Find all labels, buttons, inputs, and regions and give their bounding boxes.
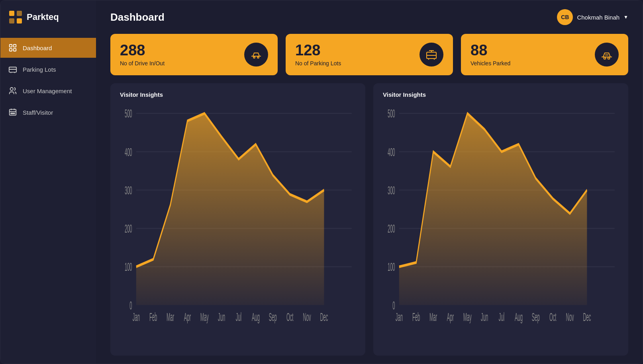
sidebar-item-parking-lots-label: Parking Lots <box>23 66 56 73</box>
chart-2-svg: 500 400 300 200 100 0 Jan Feb Mar Apr <box>383 103 619 348</box>
sidebar-item-staff-visitor[interactable]: Staff/Visitor <box>0 102 96 122</box>
user-name: Chokmah Binah <box>577 14 619 21</box>
svg-text:Jun: Jun <box>218 311 225 324</box>
svg-text:Nov: Nov <box>566 311 574 324</box>
charts-row: Visitor Insights <box>96 83 643 364</box>
stat-card-parking-lots-icon-wrap <box>420 43 443 67</box>
svg-point-17 <box>604 57 606 59</box>
svg-rect-4 <box>10 45 12 47</box>
stat-card-vehicles-parked-label: Vehicles Parked <box>470 60 510 67</box>
svg-point-11 <box>11 113 12 114</box>
svg-text:300: 300 <box>125 184 132 197</box>
svg-text:100: 100 <box>125 260 132 274</box>
svg-text:May: May <box>463 311 472 324</box>
svg-point-15 <box>257 57 259 58</box>
svg-text:Oct: Oct <box>549 311 557 324</box>
vehicle-parked-icon <box>600 48 613 61</box>
stat-card-vehicles-parked: 88 Vehicles Parked <box>461 34 628 75</box>
sidebar-logo: Parkteq <box>0 0 96 34</box>
svg-rect-1 <box>17 11 22 16</box>
svg-text:Jul: Jul <box>236 311 241 324</box>
svg-text:500: 500 <box>388 107 395 120</box>
svg-text:0: 0 <box>129 299 132 312</box>
user-profile[interactable]: CB Chokmah Binah ▼ <box>557 9 628 25</box>
stat-card-vehicles-parked-icon-wrap <box>595 43 619 67</box>
sidebar-item-staff-visitor-label: Staff/Visitor <box>23 109 53 116</box>
sidebar-item-dashboard-label: Dashboard <box>23 45 52 51</box>
svg-rect-3 <box>17 18 22 23</box>
svg-text:Nov: Nov <box>303 311 311 324</box>
svg-text:Apr: Apr <box>184 311 191 324</box>
svg-text:400: 400 <box>388 145 395 159</box>
stat-card-drive-in-out-icon-wrap <box>244 43 268 67</box>
svg-rect-2 <box>9 18 14 23</box>
sidebar-item-user-management-label: User Management <box>23 88 72 94</box>
svg-text:Feb: Feb <box>149 311 157 324</box>
svg-text:Jan: Jan <box>133 311 140 324</box>
user-management-icon <box>8 86 17 95</box>
svg-text:400: 400 <box>125 145 132 159</box>
svg-marker-30 <box>136 114 324 305</box>
app-wrapper: Parkteq Dashboard Parking Lots <box>0 0 643 364</box>
stat-card-drive-in-out: 288 No of Drive In/Out <box>110 34 278 75</box>
stat-card-drive-in-out-number: 288 <box>120 43 165 58</box>
page-title: Dashboard <box>110 11 165 23</box>
chart-card-2: Visitor Insights <box>373 83 628 356</box>
svg-text:Dec: Dec <box>583 311 591 324</box>
sidebar-nav: Dashboard Parking Lots User Management <box>0 34 96 126</box>
svg-text:Dec: Dec <box>320 311 328 324</box>
stat-card-parking-lots-number: 128 <box>295 43 341 58</box>
chart-1-area: 500 400 300 200 100 0 Jan Feb <box>120 103 356 348</box>
parking-icon <box>425 48 438 61</box>
svg-rect-10 <box>10 110 16 115</box>
stat-card-drive-in-out-info: 288 No of Drive In/Out <box>120 43 165 67</box>
stat-card-vehicles-parked-number: 88 <box>470 43 510 58</box>
sidebar: Parkteq Dashboard Parking Lots <box>0 0 96 364</box>
stats-row: 288 No of Drive In/Out 128 No of Parkin <box>96 34 643 83</box>
stat-card-vehicles-parked-info: 88 Vehicles Parked <box>470 43 510 67</box>
car-drive-icon <box>250 48 263 61</box>
chart-2-area: 500 400 300 200 100 0 Jan Feb Mar Apr <box>383 103 619 348</box>
svg-text:Feb: Feb <box>412 311 420 324</box>
svg-text:May: May <box>200 311 209 324</box>
svg-text:300: 300 <box>388 184 395 197</box>
stat-card-drive-in-out-label: No of Drive In/Out <box>120 60 165 67</box>
svg-text:Mar: Mar <box>429 311 437 324</box>
user-avatar: CB <box>557 9 573 25</box>
svg-text:Apr: Apr <box>447 311 454 324</box>
svg-point-13 <box>14 113 15 114</box>
svg-text:Aug: Aug <box>515 311 523 324</box>
svg-point-9 <box>10 88 13 90</box>
svg-text:100: 100 <box>388 260 395 274</box>
logo-text: Parkteq <box>27 12 59 22</box>
svg-text:Jul: Jul <box>499 311 504 324</box>
svg-point-18 <box>608 57 610 59</box>
svg-point-14 <box>253 57 255 58</box>
chart-card-1: Visitor Insights <box>110 83 365 356</box>
sidebar-item-dashboard[interactable]: Dashboard <box>0 38 96 58</box>
staff-visitor-icon <box>8 108 17 117</box>
svg-marker-54 <box>399 114 587 305</box>
header: Dashboard CB Chokmah Binah ▼ <box>96 0 643 34</box>
svg-point-12 <box>12 113 14 114</box>
svg-rect-7 <box>14 49 16 51</box>
svg-text:0: 0 <box>392 299 395 312</box>
main-content: Dashboard CB Chokmah Binah ▼ 288 No of D… <box>96 0 643 364</box>
sidebar-item-parking-lots[interactable]: Parking Lots <box>0 59 96 79</box>
sidebar-item-user-management[interactable]: User Management <box>0 81 96 101</box>
chart-2-title: Visitor Insights <box>383 91 619 98</box>
stat-card-parking-lots-info: 128 No of Parking Lots <box>295 43 341 67</box>
svg-text:Aug: Aug <box>252 311 260 324</box>
parking-lots-icon <box>8 65 17 74</box>
parkteq-logo-icon <box>8 10 23 24</box>
svg-text:Sep: Sep <box>269 311 277 324</box>
svg-text:500: 500 <box>125 107 132 120</box>
svg-text:Jan: Jan <box>396 311 403 324</box>
svg-rect-6 <box>10 49 12 51</box>
svg-text:200: 200 <box>388 222 395 235</box>
chevron-down-icon: ▼ <box>623 14 628 20</box>
stat-card-parking-lots: 128 No of Parking Lots <box>286 34 453 75</box>
dashboard-icon <box>8 43 17 52</box>
svg-text:200: 200 <box>125 222 132 235</box>
svg-text:Oct: Oct <box>286 311 294 324</box>
